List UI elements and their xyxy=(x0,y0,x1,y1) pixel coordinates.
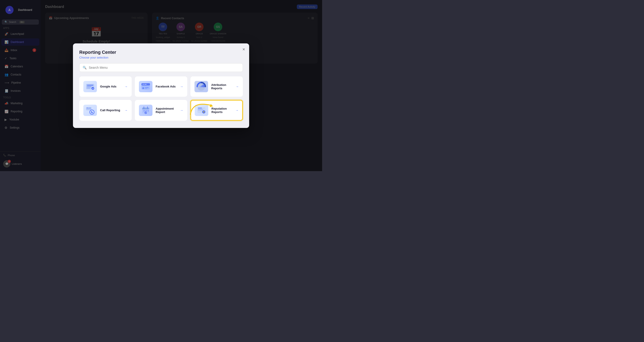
google-ads-icon xyxy=(83,81,97,92)
reputation-reports-card[interactable]: Reputation Reports → xyxy=(190,100,243,121)
svg-rect-24 xyxy=(146,110,147,111)
svg-rect-12 xyxy=(201,86,202,87)
svg-point-18 xyxy=(90,110,94,114)
svg-rect-2 xyxy=(87,86,92,87)
reputation-reports-text: Reputation Reports xyxy=(212,107,232,114)
reputation-reports-title: Reputation Reports xyxy=(212,107,232,114)
svg-rect-11 xyxy=(202,85,205,87)
svg-rect-13 xyxy=(200,86,201,87)
call-reporting-title: Call Reporting xyxy=(100,109,121,112)
svg-rect-30 xyxy=(198,110,202,110)
google-ads-card[interactable]: Google Ads → xyxy=(79,76,132,97)
facebook-ads-arrow: → xyxy=(180,85,183,88)
svg-rect-3 xyxy=(87,88,90,88)
svg-rect-25 xyxy=(148,110,149,111)
facebook-ads-card[interactable]: Facebook Ads → xyxy=(135,76,187,97)
appointment-report-arrow: → xyxy=(180,109,183,112)
call-reporting-card[interactable]: Call Reporting → xyxy=(79,100,132,121)
search-icon: 🔍 xyxy=(83,66,86,69)
svg-rect-17 xyxy=(86,109,91,109)
svg-rect-1 xyxy=(87,85,93,86)
call-reporting-arrow: → xyxy=(124,109,128,112)
svg-point-4 xyxy=(92,87,94,90)
facebook-ads-title: Facebook Ads xyxy=(156,85,177,88)
call-reporting-icon xyxy=(83,105,97,116)
attribution-reports-arrow: → xyxy=(236,85,239,88)
attribution-reports-icon xyxy=(194,81,208,92)
google-ads-text: Google Ads xyxy=(100,85,121,88)
google-ads-title: Google Ads xyxy=(100,85,121,88)
search-bar: 🔍 xyxy=(79,63,243,72)
facebook-ads-icon xyxy=(139,81,152,92)
modal-close-button[interactable]: × xyxy=(242,47,245,52)
svg-rect-29 xyxy=(198,109,203,109)
attribution-reports-title: Attribution Reports xyxy=(211,83,232,90)
modal-overlay[interactable]: Reporting Center Choose your selection ×… xyxy=(0,0,322,171)
call-reporting-text: Call Reporting xyxy=(100,109,121,112)
reputation-reports-icon xyxy=(195,105,208,116)
svg-rect-23 xyxy=(144,110,145,111)
facebook-ads-text: Facebook Ads xyxy=(156,85,177,88)
attribution-reports-text: Attribution Reports xyxy=(211,83,232,90)
svg-rect-8 xyxy=(145,87,149,88)
svg-rect-28 xyxy=(198,108,202,109)
appointment-report-title: Appointment Report xyxy=(156,107,177,114)
search-input[interactable] xyxy=(89,66,240,69)
modal-subtitle: Choose your selection xyxy=(79,56,243,59)
svg-rect-16 xyxy=(89,108,91,108)
reporting-center-modal: Reporting Center Choose your selection ×… xyxy=(73,43,249,128)
appointment-report-card[interactable]: Appointment Report → xyxy=(135,100,187,121)
cards-grid: Google Ads → Facebook Ad xyxy=(79,76,243,121)
svg-rect-15 xyxy=(86,108,88,108)
svg-point-7 xyxy=(142,87,144,89)
attribution-reports-card[interactable]: Attribution Reports → xyxy=(190,76,243,97)
svg-rect-20 xyxy=(142,108,149,109)
svg-rect-9 xyxy=(145,88,147,89)
appointment-report-icon xyxy=(139,105,152,116)
appointment-report-text: Appointment Report xyxy=(156,107,177,114)
google-ads-arrow: → xyxy=(124,85,128,88)
modal-title: Reporting Center xyxy=(79,50,243,55)
reputation-reports-arrow: → xyxy=(235,109,238,112)
